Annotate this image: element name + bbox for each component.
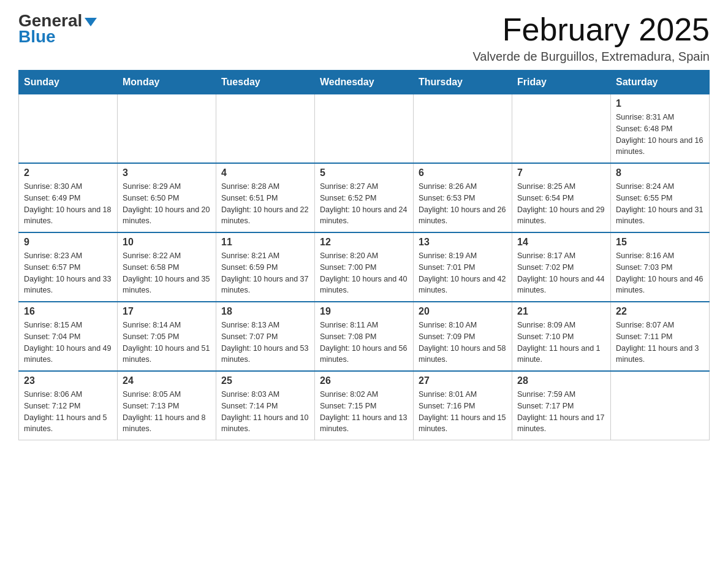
calendar-cell: 20Sunrise: 8:10 AM Sunset: 7:09 PM Dayli… xyxy=(414,302,512,371)
day-info: Sunrise: 8:27 AM Sunset: 6:52 PM Dayligh… xyxy=(320,181,408,227)
day-info: Sunrise: 8:19 AM Sunset: 7:01 PM Dayligh… xyxy=(419,250,507,296)
calendar-week-row: 16Sunrise: 8:15 AM Sunset: 7:04 PM Dayli… xyxy=(19,302,710,371)
day-number: 11 xyxy=(221,237,309,248)
day-info: Sunrise: 8:15 AM Sunset: 7:04 PM Dayligh… xyxy=(24,320,112,366)
day-number: 15 xyxy=(616,237,704,248)
calendar-cell: 7Sunrise: 8:25 AM Sunset: 6:54 PM Daylig… xyxy=(512,163,611,232)
day-number: 24 xyxy=(123,375,211,386)
calendar-cell: 4Sunrise: 8:28 AM Sunset: 6:51 PM Daylig… xyxy=(216,163,315,232)
day-info: Sunrise: 8:01 AM Sunset: 7:16 PM Dayligh… xyxy=(419,389,507,435)
day-info: Sunrise: 8:29 AM Sunset: 6:50 PM Dayligh… xyxy=(123,181,211,227)
day-number: 27 xyxy=(419,375,507,386)
day-info: Sunrise: 8:13 AM Sunset: 7:07 PM Dayligh… xyxy=(221,320,309,366)
calendar-cell: 12Sunrise: 8:20 AM Sunset: 7:00 PM Dayli… xyxy=(315,232,414,302)
calendar-week-row: 9Sunrise: 8:23 AM Sunset: 6:57 PM Daylig… xyxy=(19,232,710,302)
day-number: 28 xyxy=(517,375,605,386)
page-header: General Blue February 2025 Valverde de B… xyxy=(18,12,710,64)
day-number: 16 xyxy=(24,306,112,317)
day-number: 9 xyxy=(24,237,112,248)
month-title: February 2025 xyxy=(472,12,710,47)
calendar-cell: 2Sunrise: 8:30 AM Sunset: 6:49 PM Daylig… xyxy=(19,163,118,232)
day-number: 25 xyxy=(221,375,309,386)
day-number: 26 xyxy=(320,375,408,386)
day-number: 3 xyxy=(123,167,211,178)
day-number: 12 xyxy=(320,237,408,248)
calendar-cell: 8Sunrise: 8:24 AM Sunset: 6:55 PM Daylig… xyxy=(611,163,710,232)
day-info: Sunrise: 8:11 AM Sunset: 7:08 PM Dayligh… xyxy=(320,320,408,366)
day-number: 22 xyxy=(616,306,704,317)
calendar-cell: 11Sunrise: 8:21 AM Sunset: 6:59 PM Dayli… xyxy=(216,232,315,302)
col-sunday: Sunday xyxy=(19,71,118,94)
day-number: 18 xyxy=(221,306,309,317)
calendar-cell: 21Sunrise: 8:09 AM Sunset: 7:10 PM Dayli… xyxy=(512,302,611,371)
calendar-cell xyxy=(414,94,512,164)
calendar-cell: 24Sunrise: 8:05 AM Sunset: 7:13 PM Dayli… xyxy=(118,371,216,440)
day-number: 5 xyxy=(320,167,408,178)
calendar-cell: 5Sunrise: 8:27 AM Sunset: 6:52 PM Daylig… xyxy=(315,163,414,232)
calendar-week-row: 1Sunrise: 8:31 AM Sunset: 6:48 PM Daylig… xyxy=(19,94,710,164)
calendar-cell xyxy=(118,94,216,164)
day-info: Sunrise: 8:30 AM Sunset: 6:49 PM Dayligh… xyxy=(24,181,112,227)
col-tuesday: Tuesday xyxy=(216,71,315,94)
title-area: February 2025 Valverde de Burguillos, Ex… xyxy=(472,12,710,64)
calendar-cell: 15Sunrise: 8:16 AM Sunset: 7:03 PM Dayli… xyxy=(611,232,710,302)
day-info: Sunrise: 8:23 AM Sunset: 6:57 PM Dayligh… xyxy=(24,250,112,296)
logo: General Blue xyxy=(18,12,97,47)
calendar-cell: 16Sunrise: 8:15 AM Sunset: 7:04 PM Dayli… xyxy=(19,302,118,371)
calendar-cell: 18Sunrise: 8:13 AM Sunset: 7:07 PM Dayli… xyxy=(216,302,315,371)
day-info: Sunrise: 8:24 AM Sunset: 6:55 PM Dayligh… xyxy=(616,181,704,227)
calendar-cell: 22Sunrise: 8:07 AM Sunset: 7:11 PM Dayli… xyxy=(611,302,710,371)
day-number: 8 xyxy=(616,167,704,178)
calendar-cell: 17Sunrise: 8:14 AM Sunset: 7:05 PM Dayli… xyxy=(118,302,216,371)
day-number: 10 xyxy=(123,237,211,248)
location-subtitle: Valverde de Burguillos, Extremadura, Spa… xyxy=(472,50,710,64)
day-info: Sunrise: 8:03 AM Sunset: 7:14 PM Dayligh… xyxy=(221,389,309,435)
calendar-cell: 9Sunrise: 8:23 AM Sunset: 6:57 PM Daylig… xyxy=(19,232,118,302)
day-info: Sunrise: 8:20 AM Sunset: 7:00 PM Dayligh… xyxy=(320,250,408,296)
calendar-cell: 10Sunrise: 8:22 AM Sunset: 6:58 PM Dayli… xyxy=(118,232,216,302)
day-info: Sunrise: 8:07 AM Sunset: 7:11 PM Dayligh… xyxy=(616,320,704,366)
day-info: Sunrise: 8:31 AM Sunset: 6:48 PM Dayligh… xyxy=(616,112,704,158)
calendar-cell: 1Sunrise: 8:31 AM Sunset: 6:48 PM Daylig… xyxy=(611,94,710,164)
calendar-header-row: Sunday Monday Tuesday Wednesday Thursday… xyxy=(19,71,710,94)
calendar-cell: 19Sunrise: 8:11 AM Sunset: 7:08 PM Dayli… xyxy=(315,302,414,371)
calendar-cell: 28Sunrise: 7:59 AM Sunset: 7:17 PM Dayli… xyxy=(512,371,611,440)
calendar-cell: 26Sunrise: 8:02 AM Sunset: 7:15 PM Dayli… xyxy=(315,371,414,440)
calendar-cell xyxy=(315,94,414,164)
calendar-table: Sunday Monday Tuesday Wednesday Thursday… xyxy=(18,70,710,440)
day-info: Sunrise: 8:26 AM Sunset: 6:53 PM Dayligh… xyxy=(419,181,507,227)
calendar-cell xyxy=(216,94,315,164)
col-saturday: Saturday xyxy=(611,71,710,94)
day-number: 2 xyxy=(24,167,112,178)
calendar-cell: 23Sunrise: 8:06 AM Sunset: 7:12 PM Dayli… xyxy=(19,371,118,440)
calendar-week-row: 2Sunrise: 8:30 AM Sunset: 6:49 PM Daylig… xyxy=(19,163,710,232)
day-info: Sunrise: 7:59 AM Sunset: 7:17 PM Dayligh… xyxy=(517,389,605,435)
day-number: 21 xyxy=(517,306,605,317)
day-number: 17 xyxy=(123,306,211,317)
day-info: Sunrise: 8:10 AM Sunset: 7:09 PM Dayligh… xyxy=(419,320,507,366)
day-info: Sunrise: 8:21 AM Sunset: 6:59 PM Dayligh… xyxy=(221,250,309,296)
day-number: 19 xyxy=(320,306,408,317)
day-info: Sunrise: 8:17 AM Sunset: 7:02 PM Dayligh… xyxy=(517,250,605,296)
day-info: Sunrise: 8:09 AM Sunset: 7:10 PM Dayligh… xyxy=(517,320,605,366)
day-number: 13 xyxy=(419,237,507,248)
day-info: Sunrise: 8:05 AM Sunset: 7:13 PM Dayligh… xyxy=(123,389,211,435)
calendar-cell xyxy=(512,94,611,164)
calendar-cell xyxy=(19,94,118,164)
col-wednesday: Wednesday xyxy=(315,71,414,94)
col-monday: Monday xyxy=(118,71,216,94)
calendar-cell: 3Sunrise: 8:29 AM Sunset: 6:50 PM Daylig… xyxy=(118,163,216,232)
day-info: Sunrise: 8:22 AM Sunset: 6:58 PM Dayligh… xyxy=(123,250,211,296)
day-number: 7 xyxy=(517,167,605,178)
calendar-cell: 25Sunrise: 8:03 AM Sunset: 7:14 PM Dayli… xyxy=(216,371,315,440)
day-info: Sunrise: 8:28 AM Sunset: 6:51 PM Dayligh… xyxy=(221,181,309,227)
logo-blue-text: Blue xyxy=(18,27,56,47)
day-info: Sunrise: 8:02 AM Sunset: 7:15 PM Dayligh… xyxy=(320,389,408,435)
calendar-cell: 14Sunrise: 8:17 AM Sunset: 7:02 PM Dayli… xyxy=(512,232,611,302)
col-friday: Friday xyxy=(512,71,611,94)
day-number: 20 xyxy=(419,306,507,317)
calendar-cell: 27Sunrise: 8:01 AM Sunset: 7:16 PM Dayli… xyxy=(414,371,512,440)
calendar-cell: 13Sunrise: 8:19 AM Sunset: 7:01 PM Dayli… xyxy=(414,232,512,302)
day-number: 14 xyxy=(517,237,605,248)
day-number: 6 xyxy=(419,167,507,178)
